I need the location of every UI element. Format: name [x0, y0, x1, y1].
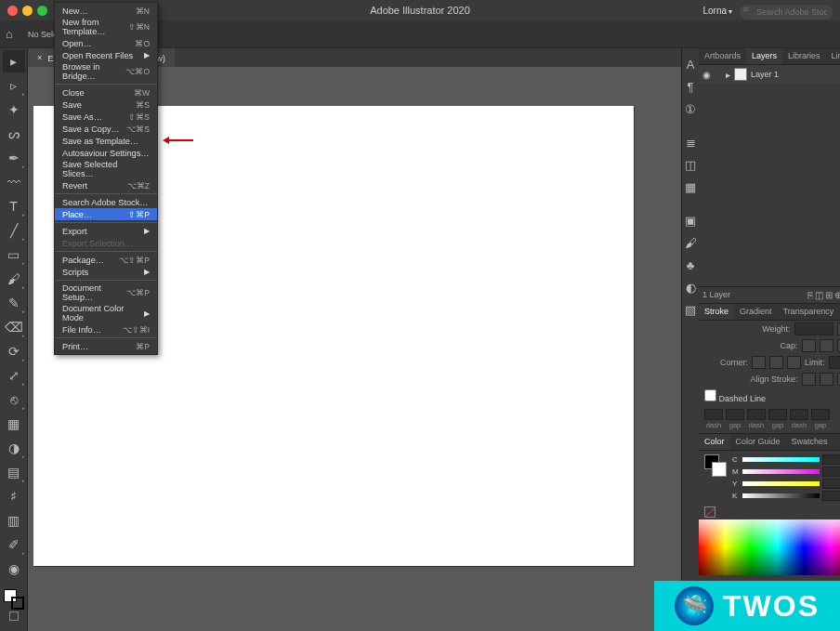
tab-artboards[interactable]: Artboards [699, 48, 746, 64]
scale-tool[interactable]: ⤢▸ [3, 364, 25, 387]
menu-item-tmpl[interactable]: New from Template…⇧⌘N [55, 17, 157, 37]
gap-field[interactable] [768, 409, 787, 420]
menu-item-savetmpl[interactable]: Save as Template… [55, 135, 157, 147]
menu-item-close[interactable]: Close⌘W [55, 86, 157, 99]
align-panel-icon[interactable]: ≣ [682, 134, 699, 151]
menu-item-package[interactable]: Package…⌥⇧⌘P [55, 254, 157, 266]
magenta-value[interactable] [822, 467, 840, 477]
none-color-icon[interactable] [704, 506, 715, 518]
zoom-window-icon[interactable] [37, 6, 47, 16]
stroke-weight-field[interactable] [794, 322, 833, 335]
yellow-value[interactable] [822, 479, 840, 489]
pathfinder-panel-icon[interactable]: ◫ [682, 156, 699, 173]
new-layer-icon[interactable]: ⊕ [834, 290, 840, 300]
lasso-tool[interactable]: ᔕ [3, 123, 25, 145]
glyphs-panel-icon[interactable]: ① [682, 100, 699, 117]
paintbrush-tool[interactable]: 🖌▸ [3, 268, 25, 290]
new-sublayer-icon[interactable]: ⊞ [825, 290, 833, 300]
tab-layers[interactable]: Layers [746, 48, 782, 64]
tab-color-guide[interactable]: Color Guide [730, 434, 786, 450]
tab-color[interactable]: Color [699, 434, 730, 450]
disclosure-icon[interactable]: ▸ [726, 70, 730, 80]
type-tool[interactable]: T▸ [3, 195, 25, 217]
menu-item-saveas[interactable]: Save As…⇧⌘S [55, 111, 157, 123]
appearance-panel-icon[interactable]: ▣ [682, 212, 699, 229]
black-slider[interactable] [742, 493, 820, 498]
menu-item-print[interactable]: Print…⌘P [55, 340, 157, 352]
tab-swatches[interactable]: Swatches [786, 434, 833, 450]
rectangle-tool[interactable]: ▭▸ [3, 243, 25, 266]
cap-butt[interactable] [802, 339, 816, 352]
cap-round[interactable] [820, 339, 833, 352]
brushes-panel-icon[interactable]: 🖌 [682, 234, 699, 251]
menu-item-open[interactable]: Open…⌘O [55, 37, 157, 49]
close-window-icon[interactable] [7, 6, 18, 16]
magic-wand-tool[interactable]: ✦ [3, 99, 25, 121]
transform-panel-icon[interactable]: ▦ [682, 178, 699, 195]
gradient-tool[interactable]: ▥ [3, 509, 25, 532]
corner-bevel[interactable] [787, 356, 801, 369]
tab-libraries[interactable]: Libraries [782, 48, 826, 64]
miter-limit-field[interactable] [829, 356, 840, 369]
color-mode-icon[interactable] [9, 611, 19, 621]
layer-row[interactable]: ◉ ▸ Layer 1 ○ [699, 65, 840, 84]
menu-item-stock[interactable]: Search Adobe Stock… [55, 196, 157, 208]
gap-field[interactable] [726, 409, 744, 420]
cyan-slider[interactable] [742, 457, 820, 462]
menu-item-bridge[interactable]: Browse in Bridge…⌥⌘O [55, 61, 157, 82]
user-menu[interactable]: Lorna [702, 6, 732, 16]
eyedropper-tool[interactable]: ✐▸ [3, 533, 25, 556]
rotate-tool[interactable]: ⟳▸ [3, 340, 25, 362]
tab-stroke[interactable]: Stroke [699, 304, 734, 320]
direct-selection-tool[interactable]: ▹▸ [3, 74, 25, 97]
tab-links[interactable]: Links [826, 48, 840, 64]
menu-item-new[interactable]: New…⌘N [55, 5, 157, 17]
menu-item-recent[interactable]: Open Recent Files▶ [55, 49, 157, 61]
graphic-styles-panel-icon[interactable]: ◐ [682, 279, 699, 296]
yellow-slider[interactable] [742, 481, 820, 486]
type-panel-icon[interactable]: ¶ [682, 78, 699, 95]
tab-transparency[interactable]: Transparency [778, 304, 840, 320]
menu-item-save[interactable]: Save⌘S [55, 99, 157, 111]
make-clipping-mask-icon[interactable]: ◫ [815, 290, 823, 300]
dash-field[interactable] [704, 409, 723, 420]
color-fill-stroke-indicator[interactable] [704, 454, 727, 477]
selection-tool[interactable]: ▸ [3, 50, 25, 72]
tab-gradient[interactable]: Gradient [734, 304, 778, 320]
locate-layer-icon[interactable]: ⎘ [807, 290, 813, 300]
blend-tool[interactable]: ◉ [3, 558, 25, 580]
menu-item-place[interactable]: Place…⇧⌘P [55, 208, 157, 220]
gap-field[interactable] [811, 409, 830, 420]
magenta-slider[interactable] [742, 469, 820, 474]
menu-item-autosave[interactable]: Autosaviour Settings… [55, 147, 157, 159]
align-outside[interactable] [837, 373, 840, 386]
width-tool[interactable]: ⎋▸ [3, 388, 25, 411]
perspective-grid-tool[interactable]: ▤▸ [3, 461, 25, 483]
layer-name[interactable]: Layer 1 [751, 70, 840, 79]
menu-item-fileinfo[interactable]: File Info…⌥⇧⌘I [55, 323, 157, 335]
free-transform-tool[interactable]: ▦ [3, 413, 25, 435]
black-value[interactable] [822, 491, 840, 501]
cyan-value[interactable] [822, 454, 840, 465]
line-segment-tool[interactable]: ╱▸ [3, 219, 25, 242]
color-spectrum[interactable] [699, 519, 840, 575]
dashed-line-checkbox[interactable] [704, 389, 716, 401]
minimize-window-icon[interactable] [22, 6, 33, 16]
home-icon[interactable]: ⌂ [6, 27, 20, 42]
weight-stepper[interactable] [837, 322, 840, 335]
symbols-panel-icon[interactable]: ♣ [682, 256, 699, 273]
mesh-tool[interactable]: ♯ [3, 485, 25, 507]
align-inside[interactable] [820, 373, 833, 386]
curvature-tool[interactable]: 〰 [3, 171, 25, 193]
eraser-tool[interactable]: ⌫▸ [3, 316, 25, 338]
menu-item-scripts[interactable]: Scripts▶ [55, 266, 157, 278]
corner-miter[interactable] [752, 356, 766, 369]
dash-field[interactable] [790, 409, 808, 420]
properties-panel-icon[interactable]: A [682, 56, 699, 72]
menu-item-slices[interactable]: Save Selected Slices… [55, 159, 157, 179]
shape-builder-tool[interactable]: ◑▸ [3, 437, 25, 459]
dash-field[interactable] [747, 409, 766, 420]
menu-item-colormode[interactable]: Document Color Mode▶ [55, 303, 157, 323]
tab-close-icon[interactable]: × [37, 53, 42, 62]
visibility-icon[interactable]: ◉ [702, 70, 711, 80]
